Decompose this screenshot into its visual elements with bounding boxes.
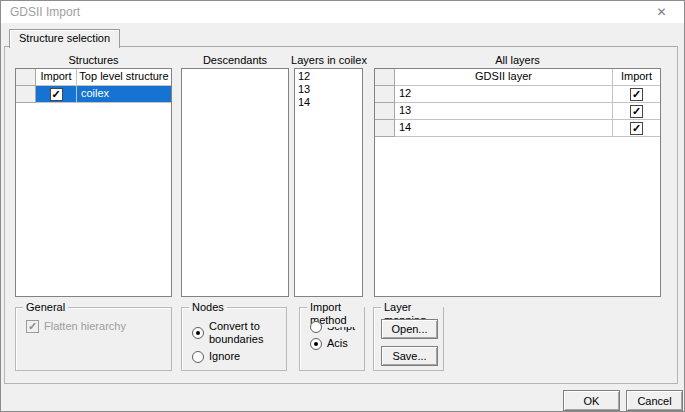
row-header-cell[interactable]: [375, 120, 395, 137]
table-row[interactable]: 12 ✓: [375, 86, 660, 103]
checkmark-icon: ✓: [51, 89, 60, 100]
structures-col-name: Top level structure: [77, 69, 171, 86]
option-label: Acis: [327, 337, 348, 350]
option-label: Ignore: [209, 350, 240, 363]
corner-cell: [16, 69, 36, 86]
import-method-groupbox: Import method Script Acis: [299, 307, 365, 371]
descendants-label: Descendants: [181, 54, 289, 67]
all-layers-label: All layers: [374, 54, 661, 67]
layer-cell[interactable]: 13: [395, 103, 613, 120]
layer-import-checkbox[interactable]: ✓: [630, 105, 643, 118]
layer-import-checkbox[interactable]: ✓: [630, 88, 643, 101]
close-button[interactable]: ✕: [639, 1, 684, 23]
structure-row-coilex[interactable]: ✓ coilex: [16, 86, 171, 103]
checkmark-icon: ✓: [28, 321, 37, 332]
radio-acis[interactable]: [310, 338, 322, 350]
radio-convert-to-boundaries[interactable]: [192, 327, 204, 339]
row-header-cell[interactable]: [16, 86, 36, 103]
row-header-cell[interactable]: [375, 103, 395, 120]
open-button[interactable]: Open...: [381, 319, 438, 339]
table-row[interactable]: 14 ✓: [375, 120, 660, 137]
structure-import-checkbox[interactable]: ✓: [50, 88, 63, 101]
save-button[interactable]: Save...: [381, 346, 438, 366]
option-label: Convert to boundaries: [209, 320, 286, 346]
layer-cell[interactable]: 14: [395, 120, 613, 137]
all-layers-table: GDSII layer Import 12 ✓ 13 ✓ 14: [374, 68, 661, 297]
radio-script[interactable]: [310, 321, 322, 333]
structure-import-cell: ✓: [36, 86, 77, 103]
layer-mapping-groupbox: Layer mapping Open... Save...: [373, 307, 444, 371]
ok-button[interactable]: OK: [563, 390, 620, 411]
structures-header-row: Import Top level structure: [16, 69, 171, 86]
layer-import-cell: ✓: [613, 103, 660, 120]
layers-in-coilex-listbox: 12 13 14: [294, 68, 363, 297]
radio-ignore[interactable]: [192, 351, 204, 363]
all-layers-col-import: Import: [613, 69, 660, 86]
flatten-hierarchy-option: ✓ Flatten hierarchy: [26, 320, 171, 333]
list-item[interactable]: 13: [298, 83, 362, 96]
structure-name-cell[interactable]: coilex: [77, 86, 171, 103]
general-label: General: [23, 301, 68, 314]
list-item[interactable]: 14: [298, 96, 362, 109]
all-layers-header-row: GDSII layer Import: [375, 69, 660, 86]
structures-table: Import Top level structure ✓ coilex: [15, 68, 172, 297]
layer-import-cell: ✓: [613, 86, 660, 103]
general-groupbox: General ✓ Flatten hierarchy: [15, 307, 172, 371]
acis-option[interactable]: Acis: [310, 337, 364, 350]
close-icon: ✕: [656, 5, 666, 19]
checkmark-icon: ✓: [632, 106, 641, 117]
tab-structure-selection[interactable]: Structure selection: [9, 29, 120, 48]
nodes-label: Nodes: [189, 301, 227, 314]
titlebar: GDSII Import: [1, 1, 684, 23]
structures-label: Structures: [15, 54, 172, 67]
window-title: GDSII Import: [10, 5, 80, 19]
cancel-button[interactable]: Cancel: [626, 390, 683, 411]
convert-to-boundaries-option[interactable]: Convert to boundaries: [192, 320, 286, 346]
list-item[interactable]: 12: [298, 70, 362, 83]
row-header-cell[interactable]: [375, 86, 395, 103]
nodes-groupbox: Nodes Convert to boundaries Ignore: [181, 307, 287, 371]
flatten-hierarchy-checkbox[interactable]: ✓: [26, 320, 39, 333]
layer-import-checkbox[interactable]: ✓: [630, 122, 643, 135]
corner-cell: [375, 69, 395, 86]
checkmark-icon: ✓: [632, 123, 641, 134]
all-layers-col-gdsii: GDSII layer: [395, 69, 613, 86]
ignore-option[interactable]: Ignore: [192, 350, 286, 363]
layer-import-cell: ✓: [613, 120, 660, 137]
layers-in-coilex-label: Layers in coilex: [284, 54, 374, 67]
table-row[interactable]: 13 ✓: [375, 103, 660, 120]
structures-col-import: Import: [36, 69, 77, 86]
gdsii-import-dialog: GDSII Import ✕ Structure selection Struc…: [0, 0, 685, 412]
checkmark-icon: ✓: [632, 89, 641, 100]
descendants-listbox[interactable]: [181, 68, 289, 297]
flatten-hierarchy-label: Flatten hierarchy: [44, 320, 126, 333]
layer-cell[interactable]: 12: [395, 86, 613, 103]
